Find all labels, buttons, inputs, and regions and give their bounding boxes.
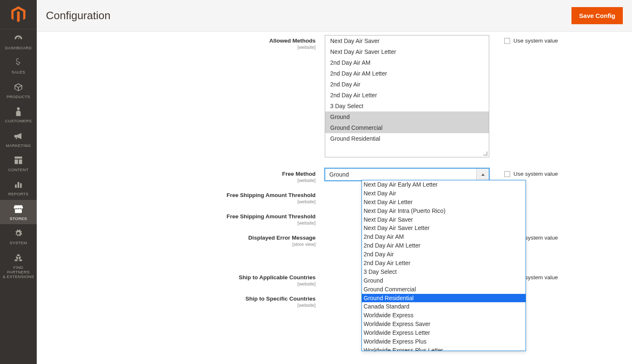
free-method-option[interactable]: 2nd Day Air Letter [362, 259, 526, 268]
allowed-methods-system-checkbox[interactable] [504, 38, 510, 44]
page-title: Configuration [46, 9, 111, 22]
nav-label: REPORTS [8, 192, 29, 196]
ship-specific-label: Ship to Specific Countries [49, 296, 316, 302]
person-icon [13, 106, 23, 116]
storefront-icon [13, 204, 23, 214]
field-free-shipping-threshold-2: Free Shipping Amount Threshold [website] [49, 211, 619, 225]
allowed-method-option[interactable]: 2nd Day Air [325, 79, 489, 90]
allowed-method-option[interactable]: Ground [325, 111, 489, 122]
allowed-methods-label: Allowed Methods [49, 38, 316, 44]
threshold2-label: Free Shipping Amount Threshold [49, 213, 316, 220]
allowed-method-option[interactable]: 2nd Day Air Letter [325, 90, 489, 101]
free-method-option[interactable]: Next Day Air Early AM Letter [362, 180, 526, 189]
error-message-scope: [store view] [49, 242, 316, 247]
free-method-option[interactable]: Worldwide Express [362, 311, 526, 320]
allowed-methods-scope: [website] [49, 45, 316, 50]
free-method-option[interactable]: 3 Day Select [362, 268, 526, 276]
magento-logo[interactable] [0, 0, 37, 29]
allowed-method-option[interactable]: 2nd Day Air AM [325, 57, 489, 68]
page-header: Configuration Save Config [37, 0, 632, 32]
field-error-message: Displayed Error Message [store view] Use… [49, 232, 619, 247]
config-form: Allowed Methods [website] Next Day Air S… [37, 32, 632, 364]
free-method-scope: [website] [49, 178, 316, 183]
gear-icon [13, 228, 23, 238]
nav-label: SALES [12, 70, 25, 74]
allowed-method-option[interactable]: 2nd Day Air AM Letter [325, 68, 489, 79]
cubes-icon [13, 253, 23, 263]
nav-label: MARKETING [6, 143, 31, 148]
free-method-option[interactable]: Ground Commercial [362, 285, 526, 294]
nav-item-content[interactable]: CONTENT [0, 151, 37, 175]
nav-item-dashboard[interactable]: DASHBOARD [0, 29, 37, 53]
threshold2-scope: [website] [49, 220, 316, 225]
nav-label: FIND PARTNERS & EXTENSIONS [2, 265, 35, 279]
svg-rect-1 [15, 185, 17, 188]
free-method-option[interactable]: Next Day Air [362, 189, 526, 198]
dashboard-icon [13, 33, 23, 43]
free-method-option[interactable]: Worldwide Express Plus Letter [362, 346, 526, 351]
free-method-value: Ground [325, 169, 476, 180]
main-panel: Configuration Save Config Allowed Method… [37, 0, 632, 364]
nav-label: CONTENT [8, 167, 29, 172]
error-message-label: Displayed Error Message [49, 235, 316, 241]
free-method-select[interactable]: Ground [325, 168, 489, 181]
field-ship-applicable: Ship to Applicable Countries [website] U… [49, 272, 619, 286]
free-method-option[interactable]: 2nd Day Air AM [362, 233, 526, 241]
nav-item-stores[interactable]: STORES [0, 200, 37, 224]
ship-specific-scope: [website] [49, 303, 316, 308]
svg-rect-2 [18, 182, 19, 188]
allowed-method-option[interactable]: 3 Day Select [325, 101, 489, 111]
free-method-option[interactable]: Worldwide Express Saver [362, 320, 526, 329]
free-method-option[interactable]: 2nd Day Air [362, 250, 526, 259]
nav-item-reports[interactable]: REPORTS [0, 175, 37, 200]
free-method-option[interactable]: Next Day Air Saver [362, 215, 526, 224]
system-value-label: Use system value [513, 38, 558, 44]
svg-point-0 [17, 107, 20, 110]
free-method-option[interactable]: Next Day Air Saver Letter [362, 224, 526, 233]
system-value-label: Use system value [513, 171, 558, 177]
free-method-option[interactable]: 2nd Day Air AM Letter [362, 241, 526, 250]
free-method-dropdown[interactable]: Next Day Air Early AM LetterNext Day Air… [362, 180, 526, 351]
admin-sidebar: DASHBOARDSALESPRODUCTSCUSTOMERSMARKETING… [0, 0, 37, 364]
allowed-methods-multiselect[interactable]: Next Day Air SaverNext Day Air Saver Let… [325, 35, 489, 157]
nav-label: DASHBOARD [5, 46, 32, 50]
save-config-button[interactable]: Save Config [571, 7, 623, 24]
free-method-option[interactable]: Next Day Air Letter [362, 198, 526, 207]
allowed-method-option[interactable]: Ground Commercial [325, 122, 489, 133]
nav-label: STORES [10, 216, 27, 221]
free-method-option[interactable]: Worldwide Express Plus [362, 337, 526, 346]
free-method-option[interactable]: Ground [362, 276, 526, 285]
layout-icon [13, 155, 23, 165]
free-method-option[interactable]: Ground Residential [362, 294, 526, 303]
field-free-method: Free Method [website] Ground Use system … [49, 168, 619, 183]
nav-item-find[interactable]: FIND PARTNERS & EXTENSIONS [0, 249, 37, 283]
svg-rect-3 [20, 183, 22, 188]
free-method-option[interactable]: Canada Standard [362, 302, 526, 311]
field-allowed-methods: Allowed Methods [website] Next Day Air S… [49, 35, 619, 157]
allowed-method-option[interactable]: Next Day Air Saver Letter [325, 46, 489, 57]
allowed-method-option[interactable]: Ground Residential [325, 133, 489, 144]
nav-item-customers[interactable]: CUSTOMERS [0, 102, 37, 126]
chevron-up-icon [476, 169, 489, 180]
nav-item-sales[interactable]: SALES [0, 53, 37, 78]
magento-logo-icon [11, 6, 26, 23]
barchart-icon [13, 179, 23, 190]
resize-handle-icon[interactable] [483, 152, 488, 157]
field-free-shipping-threshold-1: Free Shipping Amount Threshold [website] [49, 190, 619, 204]
nav-item-marketing[interactable]: MARKETING [0, 127, 37, 151]
dollar-icon [13, 58, 23, 68]
nav-label: SYSTEM [10, 240, 27, 245]
threshold1-scope: [website] [49, 199, 316, 204]
nav-item-products[interactable]: PRODUCTS [0, 78, 37, 102]
free-method-option[interactable]: Next Day Air Intra (Puerto Rico) [362, 207, 526, 215]
nav-label: PRODUCTS [7, 94, 30, 99]
nav-label: CUSTOMERS [5, 119, 32, 123]
free-method-system-checkbox[interactable] [504, 171, 510, 177]
box-icon [13, 82, 23, 92]
free-method-option[interactable]: Worldwide Express Letter [362, 329, 526, 337]
threshold1-label: Free Shipping Amount Threshold [49, 192, 316, 198]
nav-item-system[interactable]: SYSTEM [0, 224, 37, 248]
field-ship-specific: Ship to Specific Countries [website] [49, 293, 619, 308]
ship-applicable-scope: [website] [49, 281, 316, 286]
allowed-method-option[interactable]: Next Day Air Saver [325, 35, 489, 46]
